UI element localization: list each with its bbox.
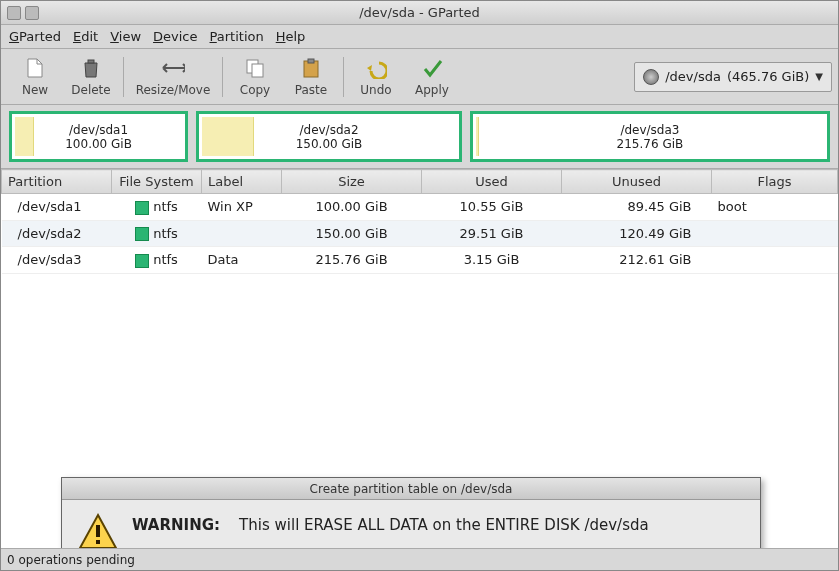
cell-size: 150.00 GiB: [282, 220, 422, 247]
cell-unused: 89.45 GiB: [562, 194, 712, 221]
cell-used: 3.15 GiB: [422, 247, 562, 274]
warning-text: WARNING: This will ERASE ALL DATA on the…: [132, 516, 744, 534]
cell-label: Win XP: [202, 194, 282, 221]
dialog-title: Create partition table on /dev/sda: [62, 482, 760, 496]
disk-map-partition[interactable]: /dev/sda3215.76 GiB: [470, 111, 830, 162]
resize-button[interactable]: Resize/Move: [128, 52, 218, 102]
delete-label: Delete: [71, 83, 110, 97]
chevron-down-icon: ▼: [815, 71, 823, 82]
cell-partition: /dev/sda3: [2, 247, 112, 274]
table-row[interactable]: /dev/sda2ntfs150.00 GiB29.51 GiB120.49 G…: [2, 220, 838, 247]
col-unused[interactable]: Unused: [562, 170, 712, 194]
svg-rect-5: [96, 525, 100, 537]
separator: [222, 57, 223, 97]
apply-icon: [420, 56, 444, 80]
col-flags[interactable]: Flags: [712, 170, 838, 194]
apply-label: Apply: [415, 83, 449, 97]
warning-icon: [78, 512, 118, 548]
menu-help[interactable]: Help: [276, 29, 306, 44]
used-fill: [202, 117, 254, 156]
resize-icon: [161, 56, 185, 80]
new-icon: [23, 56, 47, 80]
cell-used: 10.55 GiB: [422, 194, 562, 221]
main-window: /dev/sda - GParted GParted Edit View Dev…: [0, 0, 839, 571]
svg-rect-2: [252, 64, 263, 77]
dialog-titlebar: Create partition table on /dev/sda: [62, 478, 760, 500]
fs-color-swatch: [135, 254, 149, 268]
map-partition-name: /dev/sda1: [65, 123, 132, 137]
menu-device[interactable]: Device: [153, 29, 197, 44]
statusbar: 0 operations pending: [1, 548, 838, 570]
svg-rect-6: [96, 540, 100, 544]
copy-icon: [243, 56, 267, 80]
delete-button[interactable]: Delete: [63, 52, 119, 102]
create-partition-table-dialog: Create partition table on /dev/sda WARNI…: [61, 477, 761, 548]
copy-label: Copy: [240, 83, 270, 97]
map-partition-size: 100.00 GiB: [65, 137, 132, 151]
table-header-row: Partition File System Label Size Used Un…: [2, 170, 838, 194]
cell-filesystem: ntfs: [112, 220, 202, 247]
disk-icon: [643, 69, 659, 85]
col-label[interactable]: Label: [202, 170, 282, 194]
paste-icon: [299, 56, 323, 80]
col-partition[interactable]: Partition: [2, 170, 112, 194]
col-used[interactable]: Used: [422, 170, 562, 194]
cell-label: Data: [202, 247, 282, 274]
apply-button[interactable]: Apply: [404, 52, 460, 102]
window-title: /dev/sda - GParted: [1, 5, 838, 20]
disk-selector-name: /dev/sda: [665, 69, 721, 84]
menu-view[interactable]: View: [110, 29, 141, 44]
disk-selector-size: (465.76 GiB): [727, 69, 809, 84]
svg-rect-4: [308, 59, 314, 63]
disk-map: /dev/sda1100.00 GiB/dev/sda2150.00 GiB/d…: [1, 105, 838, 169]
map-partition-name: /dev/sda3: [617, 123, 684, 137]
menu-partition[interactable]: Partition: [210, 29, 264, 44]
cell-flags: boot: [712, 194, 838, 221]
cell-unused: 212.61 GiB: [562, 247, 712, 274]
menubar: GParted Edit View Device Partition Help: [1, 25, 838, 49]
map-partition-size: 150.00 GiB: [296, 137, 363, 151]
used-fill: [15, 117, 34, 156]
toolbar: New Delete Resize/Move Copy Paste: [1, 49, 838, 105]
disk-map-partition[interactable]: /dev/sda1100.00 GiB: [9, 111, 188, 162]
new-button[interactable]: New: [7, 52, 63, 102]
cell-size: 100.00 GiB: [282, 194, 422, 221]
undo-icon: [364, 56, 388, 80]
undo-button[interactable]: Undo: [348, 52, 404, 102]
cell-filesystem: ntfs: [112, 247, 202, 274]
svg-rect-0: [88, 60, 94, 63]
fs-color-swatch: [135, 201, 149, 215]
disk-selector[interactable]: /dev/sda (465.76 GiB) ▼: [634, 62, 832, 92]
trash-icon: [79, 56, 103, 80]
menu-gparted[interactable]: GParted: [9, 29, 61, 44]
cell-flags: [712, 220, 838, 247]
disk-map-partition[interactable]: /dev/sda2150.00 GiB: [196, 111, 462, 162]
cell-label: [202, 220, 282, 247]
cell-partition: /dev/sda1: [2, 194, 112, 221]
cell-filesystem: ntfs: [112, 194, 202, 221]
paste-label: Paste: [295, 83, 327, 97]
separator: [123, 57, 124, 97]
col-filesystem[interactable]: File System: [112, 170, 202, 194]
undo-label: Undo: [360, 83, 391, 97]
cell-used: 29.51 GiB: [422, 220, 562, 247]
map-partition-size: 215.76 GiB: [617, 137, 684, 151]
col-size[interactable]: Size: [282, 170, 422, 194]
partition-table: Partition File System Label Size Used Un…: [1, 169, 838, 274]
map-partition-name: /dev/sda2: [296, 123, 363, 137]
paste-button[interactable]: Paste: [283, 52, 339, 102]
new-label: New: [22, 83, 48, 97]
cell-size: 215.76 GiB: [282, 247, 422, 274]
menu-edit[interactable]: Edit: [73, 29, 98, 44]
cell-flags: [712, 247, 838, 274]
cell-partition: /dev/sda2: [2, 220, 112, 247]
table-row[interactable]: /dev/sda3ntfsData215.76 GiB3.15 GiB212.6…: [2, 247, 838, 274]
fs-color-swatch: [135, 227, 149, 241]
used-fill: [476, 117, 480, 156]
resize-label: Resize/Move: [136, 83, 211, 97]
titlebar: /dev/sda - GParted: [1, 1, 838, 25]
table-row[interactable]: /dev/sda1ntfsWin XP100.00 GiB10.55 GiB89…: [2, 194, 838, 221]
cell-unused: 120.49 GiB: [562, 220, 712, 247]
separator: [343, 57, 344, 97]
copy-button[interactable]: Copy: [227, 52, 283, 102]
